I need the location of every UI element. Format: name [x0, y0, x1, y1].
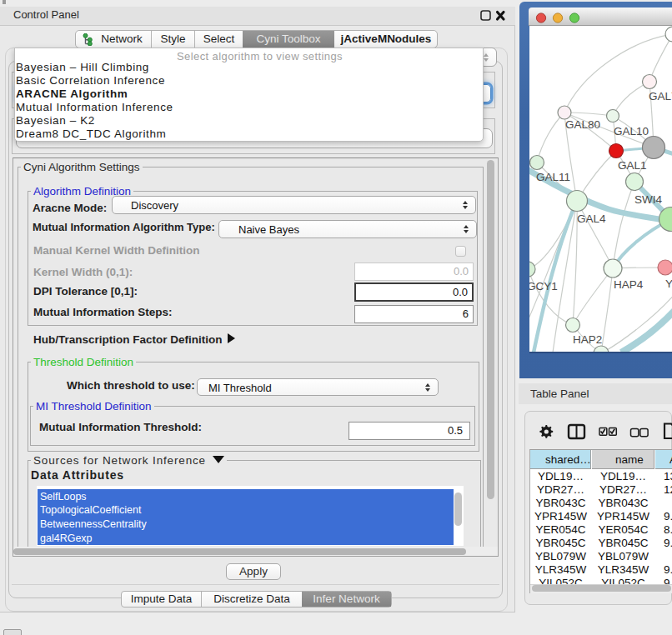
svg-text:HAP2: HAP2	[573, 333, 602, 346]
svg-text:GAL4: GAL4	[577, 212, 606, 225]
svg-text:GAL10: GAL10	[614, 125, 649, 138]
svg-text:SWI4: SWI4	[634, 193, 662, 206]
svg-text:GAL80: GAL80	[565, 118, 600, 131]
svg-text:YEL: YEL	[665, 278, 672, 290]
svg-text:GAL1: GAL1	[618, 159, 647, 172]
svg-text:GAL11: GAL11	[536, 171, 570, 183]
svg-text:GCY1: GCY1	[529, 280, 558, 292]
svg-text:GAL7: GAL7	[649, 90, 672, 102]
svg-text:HAP4: HAP4	[614, 278, 644, 291]
